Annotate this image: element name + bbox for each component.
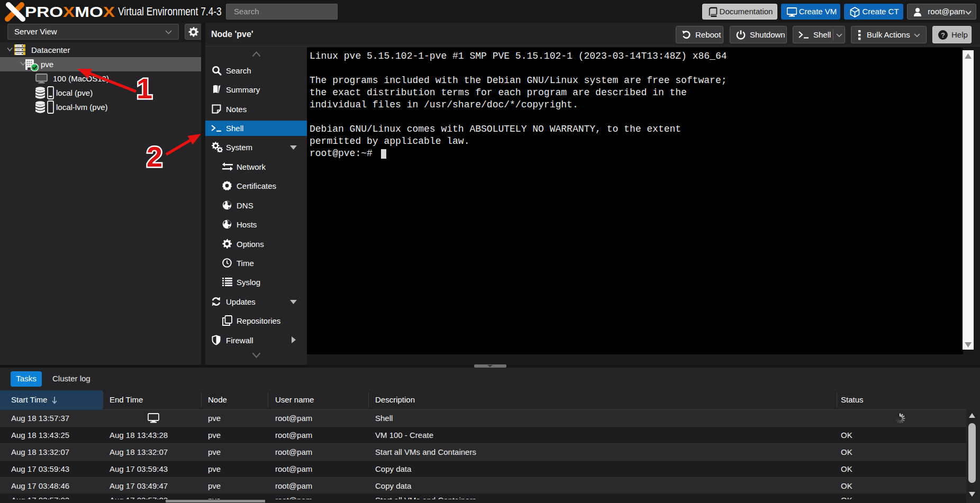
svg-text:?: ? xyxy=(941,31,945,39)
svg-text:PROXMOX: PROXMOX xyxy=(25,5,115,20)
